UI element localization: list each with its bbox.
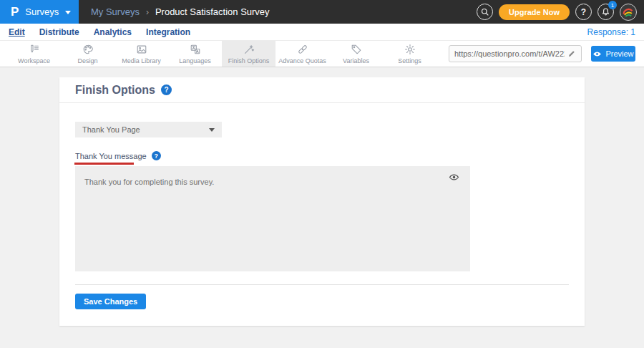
toolbar-item-variables[interactable]: Variables: [329, 41, 383, 67]
tab-analytics[interactable]: Analytics: [94, 27, 132, 37]
surveys-menu-label: Surveys: [25, 6, 59, 17]
thank-you-message-editor[interactable]: Thank you for completing this survey.: [75, 166, 470, 271]
chevron-down-icon: [65, 11, 71, 14]
preview-label: Preview: [605, 49, 633, 58]
annotation-red-underline: [74, 163, 134, 165]
toolbar-item-workspace[interactable]: Workspace: [7, 41, 61, 67]
eye-icon: [449, 172, 459, 183]
media-library-icon: [136, 44, 147, 55]
tab-edit[interactable]: Edit: [9, 27, 25, 37]
finish-options-help-icon[interactable]: ?: [161, 84, 172, 95]
toolbar-item-design[interactable]: Design: [61, 41, 114, 67]
upgrade-now-button[interactable]: Upgrade Now: [499, 4, 570, 20]
top-bar: P Surveys My Surveys › Product Satisfact…: [0, 0, 644, 24]
section-divider: [75, 284, 569, 285]
toolbar-item-finish-options[interactable]: Finish Options: [222, 41, 275, 67]
toolbar-item-settings[interactable]: Settings: [383, 41, 436, 67]
chevron-down-icon: [209, 128, 215, 132]
notification-badge: 1: [608, 1, 617, 9]
page-title: Finish Options: [75, 84, 155, 97]
breadcrumb-separator: ›: [146, 7, 149, 17]
bell-icon: [601, 7, 610, 16]
breadcrumb-current-survey: Product Satisfaction Survey: [155, 6, 270, 17]
panel-header: Finish Options ?: [59, 77, 585, 103]
toolbar-item-languages[interactable]: Languages: [168, 41, 222, 67]
search-button[interactable]: [477, 4, 493, 20]
response-count: Response: 1: [587, 27, 635, 37]
finish-options-panel: Finish Options ? Thank You Page Thank Yo…: [59, 77, 585, 326]
user-avatar[interactable]: [620, 4, 637, 21]
thank-you-message-label: Thank You message: [75, 152, 147, 160]
surveys-menu[interactable]: P Surveys: [0, 0, 79, 24]
topbar-actions: Upgrade Now ? 1: [477, 4, 644, 21]
edit-pencil-icon[interactable]: [567, 49, 576, 58]
advance-quotas-icon: [297, 44, 308, 55]
help-button[interactable]: ?: [575, 4, 592, 20]
thank-you-message-text: Thank you for completing this survey.: [84, 178, 441, 186]
preview-button[interactable]: Preview: [591, 46, 635, 62]
save-changes-button[interactable]: Save Changes: [75, 294, 146, 309]
question-mark-icon: ?: [581, 7, 586, 17]
languages-icon: [190, 44, 201, 55]
settings-icon: [404, 44, 416, 55]
search-icon: [480, 7, 489, 16]
breadcrumb: My Surveys › Product Satisfaction Survey: [91, 6, 270, 17]
survey-url-field[interactable]: https://questionpro.com/t/AW222goC: [449, 45, 582, 62]
avatar-image: [620, 4, 636, 20]
workspace-icon: [29, 44, 40, 55]
eye-icon: [592, 49, 602, 59]
message-label-row: Thank You message ?: [75, 151, 161, 160]
notifications-button[interactable]: 1: [597, 4, 614, 20]
finish-type-value: Thank You Page: [82, 125, 140, 134]
survey-url-value: https://questionpro.com/t/AW222goC: [454, 49, 565, 58]
design-icon: [82, 44, 94, 55]
finish-type-dropdown[interactable]: Thank You Page: [75, 122, 222, 137]
tab-integration[interactable]: Integration: [146, 27, 190, 37]
variables-icon: [351, 44, 362, 55]
toolbar-item-media-library[interactable]: Media Library: [114, 41, 168, 67]
finish-options-icon: [243, 44, 255, 55]
tab-distribute[interactable]: Distribute: [39, 27, 79, 37]
survey-nav-tabs: Edit Distribute Analytics Integration Re…: [0, 24, 644, 41]
edit-toolbar: Workspace Design Media Library Languages…: [0, 41, 644, 67]
questionpro-logo: P: [11, 6, 19, 18]
breadcrumb-my-surveys[interactable]: My Surveys: [91, 6, 140, 17]
message-preview-button[interactable]: [449, 172, 460, 183]
questionpro-app: P Surveys My Surveys › Product Satisfact…: [0, 0, 644, 348]
message-help-icon[interactable]: ?: [152, 151, 161, 160]
toolbar-item-advance-quotas[interactable]: Advance Quotas: [275, 41, 329, 67]
